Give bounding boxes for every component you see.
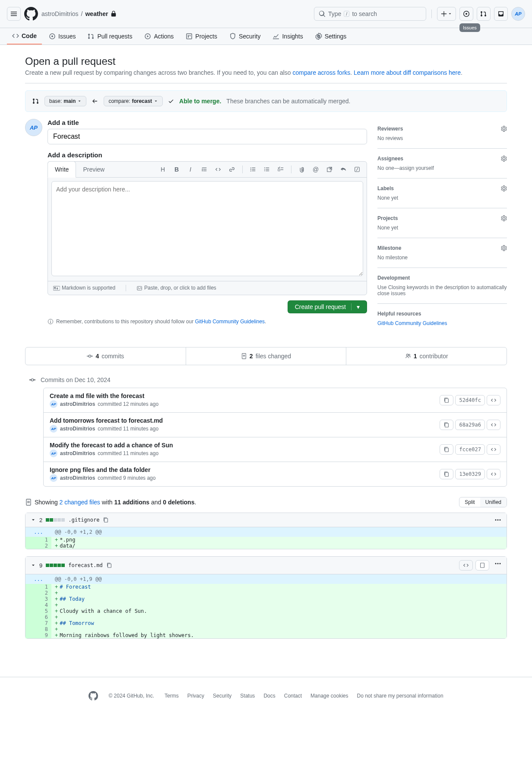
copy-sha-button[interactable] (440, 420, 453, 430)
menu-button[interactable] (7, 7, 21, 21)
ol-tool[interactable] (247, 163, 259, 175)
copy-icon[interactable] (106, 562, 112, 568)
contributors-count[interactable]: 1 contributor (346, 347, 507, 365)
footer-link[interactable]: Security (213, 693, 231, 699)
code-tool[interactable] (212, 163, 224, 175)
commit-title[interactable]: Modify the forecast to add a chance of S… (50, 442, 440, 449)
copy-icon[interactable] (103, 517, 109, 523)
copy-sha-button[interactable] (440, 395, 453, 405)
commit-title[interactable]: Create a md file with the forecast (50, 392, 440, 399)
learn-diff-link[interactable]: Learn more about diff comparisons here (354, 69, 461, 76)
commit-sha[interactable]: 68a29a6 (455, 420, 485, 430)
mention-tool[interactable]: @ (310, 163, 322, 175)
preview-tab[interactable]: Preview (76, 162, 111, 177)
tab-projects[interactable]: Projects (180, 28, 222, 45)
footer-link[interactable]: Manage cookies (310, 693, 348, 699)
browse-code-button[interactable] (487, 395, 500, 405)
changed-files-link[interactable]: 2 changed files (60, 499, 100, 506)
bold-tool[interactable]: B (171, 163, 183, 175)
slash-tool[interactable] (351, 163, 363, 175)
description-textarea[interactable] (51, 181, 363, 276)
commit-author[interactable]: astroDimitrios (60, 450, 95, 456)
commit-title[interactable]: Ignore png files and the data folder (50, 466, 440, 473)
unified-view-button[interactable]: Unified (480, 497, 507, 507)
create-new-button[interactable] (437, 7, 456, 21)
quote-tool[interactable] (198, 163, 210, 175)
commit-author[interactable]: astroDimitrios (60, 426, 95, 432)
source-view-button[interactable] (459, 560, 473, 570)
chevron-down-icon[interactable] (31, 563, 36, 568)
gear-icon[interactable] (501, 156, 507, 162)
rendered-view-button[interactable] (475, 560, 489, 570)
closing-keywords-link[interactable]: Closing keywords (388, 284, 429, 290)
link-tool[interactable] (226, 163, 238, 175)
commit-sha[interactable]: fcce027 (455, 444, 485, 455)
assign-yourself-link[interactable]: assign yourself (399, 165, 434, 171)
base-branch-button[interactable]: base: main (44, 96, 86, 106)
tasklist-tool[interactable] (275, 163, 287, 175)
crossref-tool[interactable] (323, 163, 336, 175)
attach-tool[interactable] (296, 163, 308, 175)
footer-link[interactable]: Contact (284, 693, 302, 699)
tab-actions[interactable]: Actions (139, 28, 179, 45)
footer-link[interactable]: Docs (263, 693, 275, 699)
files-changed-count[interactable]: 2 files changed (186, 347, 347, 365)
user-avatar[interactable]: AP (511, 7, 525, 21)
tab-insights[interactable]: Insights (267, 28, 308, 45)
gear-icon[interactable] (501, 126, 507, 132)
markdown-supported[interactable]: Markdown is supported (53, 285, 115, 291)
browse-code-button[interactable] (487, 420, 500, 430)
attach-note[interactable]: Paste, drop, or click to add files (136, 285, 216, 291)
kebab-icon[interactable] (494, 560, 501, 567)
issues-button[interactable] (459, 7, 473, 21)
write-tab[interactable]: Write (48, 161, 76, 178)
guidelines-link[interactable]: GitHub Community Guidelines (195, 319, 265, 325)
tab-pulls[interactable]: Pull requests (82, 28, 137, 45)
create-pr-button[interactable]: Create pull request▾ (288, 300, 367, 313)
community-guidelines-link[interactable]: GitHub Community Guidelines (377, 320, 447, 326)
kebab-icon[interactable] (494, 516, 501, 523)
reply-tool[interactable] (337, 163, 349, 175)
footer-link[interactable]: Status (240, 693, 255, 699)
commit-row: Modify the forecast to add a chance of S… (44, 437, 507, 462)
file-name[interactable]: .gitignore (68, 517, 99, 523)
heading-tool[interactable]: H (157, 163, 169, 175)
commit-author[interactable]: astroDimitrios (60, 475, 95, 481)
repo-owner[interactable]: astroDimitrios (41, 10, 79, 17)
github-logo[interactable] (24, 7, 38, 21)
gear-icon[interactable] (501, 245, 507, 251)
pull-requests-button[interactable] (477, 7, 491, 21)
commit-sha[interactable]: 13e0329 (455, 469, 485, 479)
footer-link[interactable]: Privacy (187, 693, 204, 699)
merge-status: Able to merge. (179, 98, 221, 105)
tab-security[interactable]: Security (224, 28, 266, 45)
repo-name[interactable]: weather (85, 10, 108, 17)
gear-icon[interactable] (501, 185, 507, 191)
tab-code[interactable]: Code (7, 28, 42, 45)
inbox-button[interactable] (494, 7, 508, 21)
copy-sha-button[interactable] (440, 469, 453, 479)
copy-sha-button[interactable] (440, 444, 453, 455)
tab-settings[interactable]: Settings (310, 28, 352, 45)
italic-tool[interactable]: I (184, 163, 196, 175)
commits-count[interactable]: 4 commits (25, 347, 186, 365)
commit-sha[interactable]: 52d40fc (455, 395, 485, 405)
commit-title[interactable]: Add tomorrows forecast to forecast.md (50, 417, 440, 424)
search-input[interactable]: Type / to search (314, 7, 426, 21)
github-logo-footer[interactable] (89, 691, 98, 701)
diff-stat (46, 518, 65, 522)
chevron-down-icon[interactable] (31, 517, 36, 523)
footer-link[interactable]: Do not share my personal information (357, 693, 443, 699)
ul-tool[interactable] (261, 163, 273, 175)
compare-branch-button[interactable]: compare: forecast (104, 96, 163, 106)
tab-issues[interactable]: Issues (44, 28, 81, 45)
pr-title-input[interactable] (48, 129, 367, 144)
split-view-button[interactable]: Split (459, 497, 480, 507)
footer-link[interactable]: Terms (165, 693, 179, 699)
browse-code-button[interactable] (487, 469, 500, 479)
browse-code-button[interactable] (487, 444, 500, 455)
file-name[interactable]: forecast.md (68, 562, 102, 568)
compare-forks-link[interactable]: compare across forks (292, 69, 350, 76)
gear-icon[interactable] (501, 215, 507, 221)
commit-author[interactable]: astroDimitrios (60, 401, 95, 407)
